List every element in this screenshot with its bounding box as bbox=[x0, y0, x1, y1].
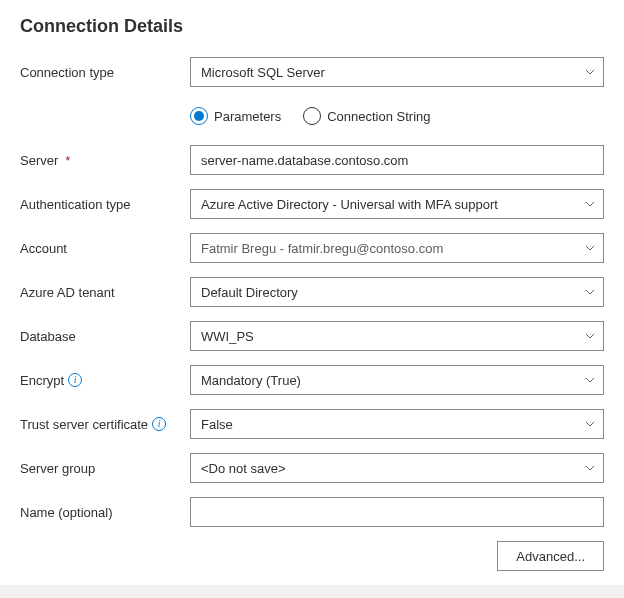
row-name-optional: Name (optional) bbox=[20, 497, 604, 527]
connection-dialog: Connection Details Connection type Param… bbox=[0, 0, 624, 571]
row-server: Server* bbox=[20, 145, 604, 175]
label-connection-type: Connection type bbox=[20, 65, 190, 80]
server-group-select[interactable] bbox=[190, 453, 604, 483]
row-database: Database bbox=[20, 321, 604, 351]
tenant-select[interactable] bbox=[190, 277, 604, 307]
label-server-group: Server group bbox=[20, 461, 190, 476]
info-icon[interactable]: i bbox=[68, 373, 82, 387]
database-value[interactable] bbox=[190, 321, 604, 351]
label-tenant: Azure AD tenant bbox=[20, 285, 190, 300]
dialog-title: Connection Details bbox=[20, 16, 604, 37]
connection-type-value[interactable] bbox=[190, 57, 604, 87]
row-connection-type: Connection type bbox=[20, 57, 604, 87]
row-auth-type: Authentication type bbox=[20, 189, 604, 219]
dialog-footer: Connect Cancel bbox=[0, 585, 624, 598]
required-asterisk-icon: * bbox=[65, 153, 70, 168]
account-select[interactable] bbox=[190, 233, 604, 263]
auth-type-select[interactable] bbox=[190, 189, 604, 219]
account-value[interactable] bbox=[190, 233, 604, 263]
advanced-row: Advanced... bbox=[20, 541, 604, 571]
connection-type-select[interactable] bbox=[190, 57, 604, 87]
info-icon[interactable]: i bbox=[152, 417, 166, 431]
row-trust-cert: Trust server certificate i bbox=[20, 409, 604, 439]
radio-connection-string-label: Connection String bbox=[327, 109, 430, 124]
server-group-value[interactable] bbox=[190, 453, 604, 483]
radio-unchecked-icon bbox=[303, 107, 321, 125]
trust-cert-select[interactable] bbox=[190, 409, 604, 439]
row-tenant: Azure AD tenant bbox=[20, 277, 604, 307]
radio-connection-string[interactable]: Connection String bbox=[303, 107, 430, 125]
trust-cert-value[interactable] bbox=[190, 409, 604, 439]
label-server: Server* bbox=[20, 153, 190, 168]
advanced-button[interactable]: Advanced... bbox=[497, 541, 604, 571]
label-name-optional: Name (optional) bbox=[20, 505, 190, 520]
label-database: Database bbox=[20, 329, 190, 344]
label-trust-cert: Trust server certificate i bbox=[20, 417, 190, 432]
server-input[interactable] bbox=[190, 145, 604, 175]
database-select[interactable] bbox=[190, 321, 604, 351]
label-auth-type: Authentication type bbox=[20, 197, 190, 212]
encrypt-value[interactable] bbox=[190, 365, 604, 395]
label-encrypt: Encrypt i bbox=[20, 373, 190, 388]
radio-parameters-label: Parameters bbox=[214, 109, 281, 124]
row-input-mode: Parameters Connection String bbox=[20, 101, 604, 131]
encrypt-select[interactable] bbox=[190, 365, 604, 395]
row-server-group: Server group bbox=[20, 453, 604, 483]
auth-type-value[interactable] bbox=[190, 189, 604, 219]
name-optional-input[interactable] bbox=[190, 497, 604, 527]
row-account: Account bbox=[20, 233, 604, 263]
radio-checked-icon bbox=[190, 107, 208, 125]
row-encrypt: Encrypt i bbox=[20, 365, 604, 395]
label-account: Account bbox=[20, 241, 190, 256]
tenant-value[interactable] bbox=[190, 277, 604, 307]
radio-parameters[interactable]: Parameters bbox=[190, 107, 281, 125]
